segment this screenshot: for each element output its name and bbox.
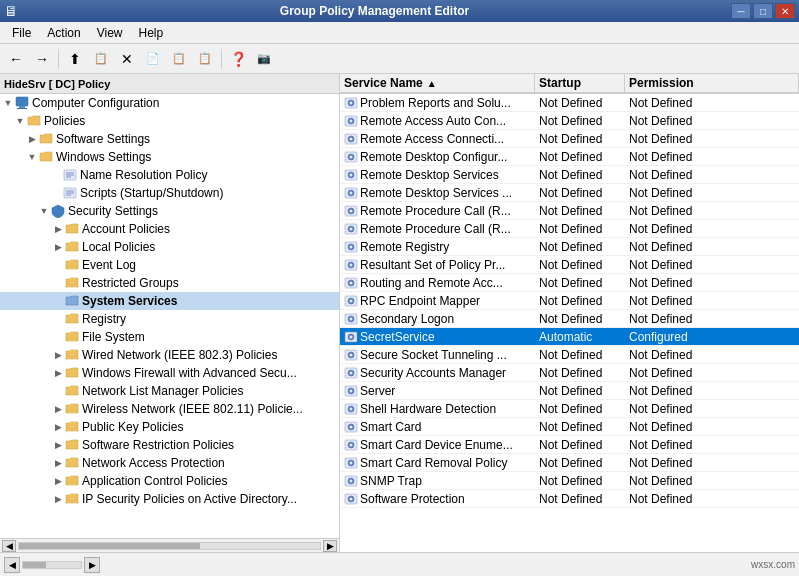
table-row[interactable]: SNMP Trap Not Defined Not Defined bbox=[340, 472, 799, 490]
table-row[interactable]: Remote Procedure Call (R... Not Defined … bbox=[340, 202, 799, 220]
tree-item-name-resolution[interactable]: Name Resolution Policy bbox=[0, 166, 339, 184]
table-row[interactable]: Smart Card Not Defined Not Defined bbox=[340, 418, 799, 436]
tree-toggle-appctrl[interactable]: ▶ bbox=[52, 472, 64, 490]
tree-toggle-firewall[interactable]: ▶ bbox=[52, 364, 64, 382]
tree-scroll-right[interactable]: ▶ bbox=[323, 540, 337, 552]
tree-label-registry: Registry bbox=[82, 312, 126, 326]
tree-toggle-security[interactable]: ▼ bbox=[38, 202, 50, 220]
toolbar-delete[interactable]: ✕ bbox=[115, 47, 139, 71]
tree-toggle-computer-config[interactable]: ▼ bbox=[2, 94, 14, 112]
cell-startup: Not Defined bbox=[535, 472, 625, 490]
tree-item-account-policies[interactable]: ▶ Account Policies bbox=[0, 220, 339, 238]
tree-item-computer-config[interactable]: ▼ Computer Configuration bbox=[0, 94, 339, 112]
tree-item-wired[interactable]: ▶ Wired Network (IEEE 802.3) Policies bbox=[0, 346, 339, 364]
tree-item-ip-security[interactable]: ▶ IP Security Policies on Active Directo… bbox=[0, 490, 339, 508]
tree-toggle-wired[interactable]: ▶ bbox=[52, 346, 64, 364]
col-header-name[interactable]: Service Name ▲ bbox=[340, 74, 535, 93]
service-name-text: Software Protection bbox=[360, 492, 465, 506]
tree-item-network-access[interactable]: ▶ Network Access Protection bbox=[0, 454, 339, 472]
col-header-permission[interactable]: Permission bbox=[625, 74, 799, 93]
toolbar-properties[interactable]: 📄 bbox=[141, 47, 165, 71]
tree-item-security-settings[interactable]: ▼ Security Settings bbox=[0, 202, 339, 220]
menu-view[interactable]: View bbox=[89, 24, 131, 42]
table-row[interactable]: Software Protection Not Defined Not Defi… bbox=[340, 490, 799, 508]
tree-item-policies[interactable]: ▼ Policies bbox=[0, 112, 339, 130]
toolbar-export[interactable]: 📋 bbox=[193, 47, 217, 71]
close-button[interactable]: ✕ bbox=[775, 3, 795, 19]
table-row[interactable]: Routing and Remote Acc... Not Defined No… bbox=[340, 274, 799, 292]
table-row[interactable]: Secondary Logon Not Defined Not Defined bbox=[340, 310, 799, 328]
tree-item-local-policies[interactable]: ▶ Local Policies bbox=[0, 238, 339, 256]
toolbar-copy[interactable]: 📋 bbox=[89, 47, 113, 71]
table-row[interactable]: Remote Registry Not Defined Not Defined bbox=[340, 238, 799, 256]
tree-toggle-softrestrict[interactable]: ▶ bbox=[52, 436, 64, 454]
table-body[interactable]: Problem Reports and Solu... Not Defined … bbox=[340, 94, 799, 552]
tree-toggle-wireless[interactable]: ▶ bbox=[52, 400, 64, 418]
tree-toggle-account[interactable]: ▶ bbox=[52, 220, 64, 238]
tree-item-registry[interactable]: Registry bbox=[0, 310, 339, 328]
menu-help[interactable]: Help bbox=[131, 24, 172, 42]
table-row[interactable]: Shell Hardware Detection Not Defined Not… bbox=[340, 400, 799, 418]
table-row[interactable]: Remote Desktop Configur... Not Defined N… bbox=[340, 148, 799, 166]
tree-item-restricted[interactable]: Restricted Groups bbox=[0, 274, 339, 292]
scroll-left-btn[interactable]: ◀ bbox=[4, 557, 20, 573]
scroll-right-btn[interactable]: ▶ bbox=[84, 557, 100, 573]
table-row[interactable]: Remote Procedure Call (R... Not Defined … bbox=[340, 220, 799, 238]
hscroll-track[interactable] bbox=[22, 561, 82, 569]
tree-toggle-windows[interactable]: ▼ bbox=[26, 148, 38, 166]
tree-item-system-services[interactable]: System Services bbox=[0, 292, 339, 310]
menu-action[interactable]: Action bbox=[39, 24, 88, 42]
table-row[interactable]: Smart Card Device Enume... Not Defined N… bbox=[340, 436, 799, 454]
tree-toggle-local[interactable]: ▶ bbox=[52, 238, 64, 256]
toolbar-paste[interactable]: 📋 bbox=[167, 47, 191, 71]
svg-rect-2 bbox=[17, 108, 27, 109]
permission-text: Not Defined bbox=[629, 402, 692, 416]
table-row[interactable]: SecretService Automatic Configured bbox=[340, 328, 799, 346]
tree-hscrollbar[interactable]: ◀ ▶ bbox=[0, 538, 339, 552]
tree-item-firewall[interactable]: ▶ Windows Firewall with Advanced Secu... bbox=[0, 364, 339, 382]
table-row[interactable]: RPC Endpoint Mapper Not Defined Not Defi… bbox=[340, 292, 799, 310]
tree-item-file-system[interactable]: File System bbox=[0, 328, 339, 346]
service-icon bbox=[344, 240, 358, 254]
tree-item-network-list[interactable]: Network List Manager Policies bbox=[0, 382, 339, 400]
table-row[interactable]: Security Accounts Manager Not Defined No… bbox=[340, 364, 799, 382]
toolbar-help[interactable]: ❓ bbox=[226, 47, 250, 71]
tree-item-scripts[interactable]: Scripts (Startup/Shutdown) bbox=[0, 184, 339, 202]
table-row[interactable]: Problem Reports and Solu... Not Defined … bbox=[340, 94, 799, 112]
maximize-button[interactable]: □ bbox=[753, 3, 773, 19]
tree-toggle-policies[interactable]: ▼ bbox=[14, 112, 26, 130]
tree-scroll-left[interactable]: ◀ bbox=[2, 540, 16, 552]
table-row[interactable]: Remote Desktop Services ... Not Defined … bbox=[340, 184, 799, 202]
col-header-startup[interactable]: Startup bbox=[535, 74, 625, 93]
tree-item-public-key[interactable]: ▶ Public Key Policies bbox=[0, 418, 339, 436]
tree-item-windows-settings[interactable]: ▼ Windows Settings bbox=[0, 148, 339, 166]
table-row[interactable]: Remote Desktop Services Not Defined Not … bbox=[340, 166, 799, 184]
table-row[interactable]: Resultant Set of Policy Pr... Not Define… bbox=[340, 256, 799, 274]
table-row[interactable]: Server Not Defined Not Defined bbox=[340, 382, 799, 400]
tree-item-software-restriction[interactable]: ▶ Software Restriction Policies bbox=[0, 436, 339, 454]
minimize-button[interactable]: ─ bbox=[731, 3, 751, 19]
tree-item-event-log[interactable]: Event Log bbox=[0, 256, 339, 274]
menu-file[interactable]: File bbox=[4, 24, 39, 42]
window-controls[interactable]: ─ □ ✕ bbox=[731, 3, 795, 19]
toolbar-forward[interactable]: → bbox=[30, 47, 54, 71]
tree-item-app-control[interactable]: ▶ Application Control Policies bbox=[0, 472, 339, 490]
tree-hscroll-thumb[interactable] bbox=[19, 543, 200, 549]
tree-scroll[interactable]: ▼ Computer Configuration ▼ Policies ▶ bbox=[0, 94, 339, 538]
tree-toggle-software[interactable]: ▶ bbox=[26, 130, 38, 148]
tree-item-software-settings[interactable]: ▶ Software Settings bbox=[0, 130, 339, 148]
cell-service-name: Remote Access Connecti... bbox=[340, 130, 535, 148]
statusbar-scroll-controls[interactable]: ◀ ▶ bbox=[4, 557, 100, 573]
toolbar-back[interactable]: ← bbox=[4, 47, 28, 71]
toolbar-up[interactable]: ⬆ bbox=[63, 47, 87, 71]
tree-hscroll-track[interactable] bbox=[18, 542, 321, 550]
tree-toggle-ipsec[interactable]: ▶ bbox=[52, 490, 64, 508]
table-row[interactable]: Secure Socket Tunneling ... Not Defined … bbox=[340, 346, 799, 364]
tree-toggle-netaccess[interactable]: ▶ bbox=[52, 454, 64, 472]
toolbar-screenshot[interactable]: 📷 bbox=[252, 47, 276, 71]
tree-toggle-pubkey[interactable]: ▶ bbox=[52, 418, 64, 436]
table-row[interactable]: Remote Access Auto Con... Not Defined No… bbox=[340, 112, 799, 130]
table-row[interactable]: Remote Access Connecti... Not Defined No… bbox=[340, 130, 799, 148]
table-row[interactable]: Smart Card Removal Policy Not Defined No… bbox=[340, 454, 799, 472]
tree-item-wireless[interactable]: ▶ Wireless Network (IEEE 802.11) Policie… bbox=[0, 400, 339, 418]
